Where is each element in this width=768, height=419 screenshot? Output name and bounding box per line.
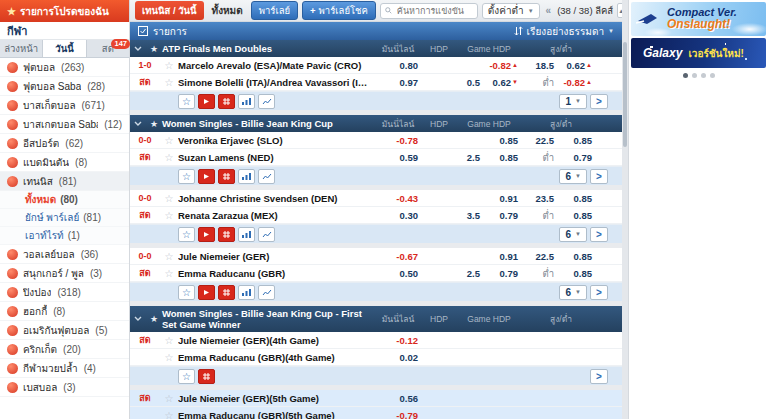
collapse-icon[interactable] <box>130 46 146 52</box>
ml-odds-cell[interactable]: -0.79 <box>372 410 424 419</box>
ou-odds-cell[interactable]: 0.85 <box>556 210 598 221</box>
collapse-left-icon[interactable]: « <box>544 5 554 16</box>
sidebar-item[interactable]: ฟุตบอล Saba(28) <box>0 77 129 96</box>
markets-grid-button[interactable] <box>218 94 235 109</box>
markets-grid-button[interactable] <box>198 369 215 384</box>
sidebar-item[interactable]: วอลเลย์บอล(36) <box>0 245 129 264</box>
more-markets-button[interactable]: > <box>590 169 608 184</box>
collapse-icon[interactable] <box>130 121 146 127</box>
sidebar-item[interactable]: สนุกเกอร์ / พูล(3) <box>0 264 129 283</box>
sidebar-item[interactable]: อีสปอร์ต(62) <box>0 134 129 153</box>
more-markets-button[interactable]: > <box>590 369 608 384</box>
carousel-dot[interactable] <box>692 73 697 78</box>
sidebar-item[interactable]: คริกเก็ต(20) <box>0 340 129 359</box>
favorite-star-icon[interactable]: ☆ <box>160 410 178 419</box>
ml-odds-cell[interactable]: 0.80 <box>372 60 424 71</box>
favorite-match-button[interactable]: ☆ <box>178 285 195 300</box>
favorite-match-button[interactable]: ☆ <box>178 169 195 184</box>
sidebar-item[interactable]: ฮอกกี้(8) <box>0 302 129 321</box>
sidebar-item[interactable]: กีฬามวยปล้ำ(4) <box>0 359 129 378</box>
live-stream-button[interactable] <box>198 169 215 184</box>
ml-odds-cell[interactable]: 0.02 <box>372 352 424 363</box>
favorite-star-icon[interactable]: ☆ <box>160 251 178 262</box>
ml-odds-cell[interactable]: 0.59 <box>372 152 424 163</box>
more-markets-button[interactable]: > <box>590 285 608 300</box>
ghdp-odds-cell[interactable]: 0.79 <box>482 210 524 221</box>
live-stream-button[interactable] <box>198 94 215 109</box>
section-star-icon[interactable]: ★ <box>146 314 162 324</box>
ml-odds-cell[interactable]: -0.67 <box>372 251 424 262</box>
sidebar-subitem[interactable]: ยักษ์ พาร์เลย์(81) <box>0 209 129 227</box>
sort-control[interactable]: เรียงอย่างธรรมดา ▼ <box>514 24 614 39</box>
sidebar-tab[interactable]: สด147 <box>87 40 129 57</box>
section-star-icon[interactable]: ★ <box>146 44 162 54</box>
favorite-star-icon[interactable]: ☆ <box>160 152 178 163</box>
live-chart-button[interactable] <box>258 285 275 300</box>
sidebar-item[interactable]: บาสเกตบอล Saba(12) <box>0 115 129 134</box>
sidebar-subitem[interactable]: เอาท์ไรท์(1) <box>0 227 129 245</box>
live-stream-button[interactable] <box>198 285 215 300</box>
ml-odds-cell[interactable]: 0.30 <box>372 210 424 221</box>
ghdp-odds-cell[interactable]: 0.62▼ <box>482 77 524 88</box>
markets-grid-button[interactable] <box>218 169 235 184</box>
sidebar-subitem[interactable]: ทั้งหมด(80) <box>0 191 129 209</box>
ghdp-odds-cell[interactable]: 0.91 <box>482 193 524 204</box>
statistics-button[interactable] <box>238 169 255 184</box>
markets-grid-button[interactable] <box>218 227 235 242</box>
sidebar-item[interactable]: เบสบอล(3) <box>0 378 129 397</box>
statistics-button[interactable] <box>238 285 255 300</box>
statistics-button[interactable] <box>238 227 255 242</box>
ghdp-odds-cell[interactable]: 0.85 <box>482 135 524 146</box>
ad-banner-galaxy[interactable]: Galaxy เวอร์ชันใหม่! <box>631 38 766 68</box>
carousel-dot[interactable] <box>701 73 706 78</box>
market-count-select[interactable]: 6▼ <box>559 227 587 242</box>
tab-all[interactable]: ทั้งหมด <box>208 1 247 20</box>
sidebar-item[interactable]: เทนนิส(81) <box>0 172 129 191</box>
favorite-star-icon[interactable]: ☆ <box>160 335 178 346</box>
market-count-select[interactable]: 6▼ <box>559 285 587 300</box>
more-markets-button[interactable]: > <box>590 227 608 242</box>
ou-odds-cell[interactable]: 0.85 <box>556 135 598 146</box>
favorite-star-icon[interactable]: ☆ <box>160 135 178 146</box>
sidebar-tab[interactable]: ล่วงหน้า <box>0 40 43 57</box>
favorite-match-button[interactable]: ☆ <box>178 227 195 242</box>
live-chart-button[interactable] <box>258 227 275 242</box>
favorite-star-icon[interactable]: ☆ <box>160 352 178 363</box>
live-chart-button[interactable] <box>258 169 275 184</box>
ml-odds-cell[interactable]: -0.12 <box>372 335 424 346</box>
sidebar-tab[interactable]: วันนี้ <box>43 40 86 57</box>
ml-odds-cell[interactable]: 0.97 <box>372 77 424 88</box>
parlay-plus-button[interactable]: + พาร์เลย์โชค <box>302 1 376 20</box>
sidebar-item[interactable]: ปิงปอง(318) <box>0 283 129 302</box>
market-count-select[interactable]: 6▼ <box>559 169 587 184</box>
favorite-star-icon[interactable]: ☆ <box>160 77 178 88</box>
vertical-scrollbar[interactable] <box>622 0 628 419</box>
ml-odds-cell[interactable]: 0.56 <box>372 393 424 404</box>
carousel-dot[interactable] <box>683 73 688 78</box>
ou-odds-cell[interactable]: 0.62▲ <box>556 60 598 71</box>
carousel-dot[interactable] <box>710 73 715 78</box>
ml-odds-cell[interactable]: 0.50 <box>372 268 424 279</box>
parlay-button[interactable]: พาร์เลย์ <box>251 1 298 20</box>
ml-odds-cell[interactable]: -0.43 <box>372 193 424 204</box>
favorite-star-icon[interactable]: ☆ <box>160 393 178 404</box>
market-count-select[interactable]: 1▼ <box>559 94 587 109</box>
statistics-button[interactable] <box>238 94 255 109</box>
ou-odds-cell[interactable]: 0.85 <box>556 193 598 204</box>
favorite-star-icon[interactable]: ☆ <box>160 268 178 279</box>
favorite-match-button[interactable]: ☆ <box>178 369 195 384</box>
ghdp-odds-cell[interactable]: 0.79 <box>482 268 524 279</box>
search-input[interactable] <box>395 5 473 17</box>
favorite-star-icon[interactable]: ☆ <box>160 60 178 71</box>
ou-odds-cell[interactable]: 0.85 <box>556 268 598 279</box>
sidebar-item[interactable]: แบดมินตัน(8) <box>0 153 129 172</box>
ou-odds-cell[interactable]: 0.85 <box>556 251 598 262</box>
more-markets-button[interactable]: > <box>590 94 608 109</box>
ghdp-odds-cell[interactable]: 0.91 <box>482 251 524 262</box>
favorites-bar[interactable]: ★ รายการโปรดของฉัน <box>0 0 129 22</box>
scrollbar-thumb[interactable] <box>623 42 627 147</box>
ou-odds-cell[interactable]: -0.82▲ <box>556 77 598 88</box>
collapse-icon[interactable] <box>130 316 146 322</box>
favorite-star-icon[interactable]: ☆ <box>160 193 178 204</box>
sidebar-item[interactable]: อเมริกันฟุตบอล(5) <box>0 321 129 340</box>
